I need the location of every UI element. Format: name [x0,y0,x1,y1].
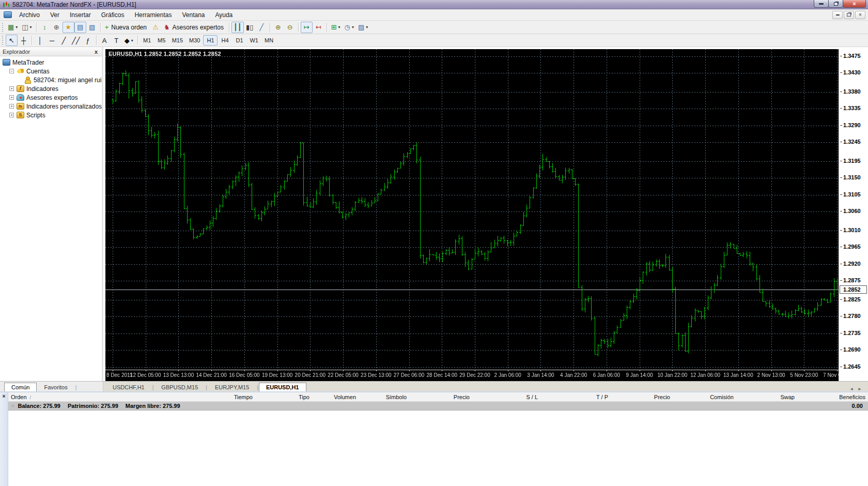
navigator-item-scripts[interactable]: +Scripts [0,111,102,119]
chart-candles-icon: ▮▯ [246,24,253,31]
timeframe-d1-button[interactable]: D1 [232,35,246,45]
metatrader-icon [3,59,10,66]
chart-bars-button[interactable]: ┃┃ [231,22,244,33]
terminal-button[interactable]: ▤ [74,22,86,33]
arrows-button[interactable]: ◆▾ [122,35,135,46]
vline-button[interactable]: │ [34,35,46,46]
column-s-l[interactable]: S / L [472,394,540,400]
column-t-p[interactable]: T / P [540,394,611,400]
dropdown-caret-icon: ▾ [131,38,133,43]
restore-button[interactable] [828,0,843,8]
child-minimize-button[interactable] [832,11,843,19]
navigator-item-indicadores-personalizados[interactable]: +Indicadores personalizados [0,102,102,111]
channel-button[interactable]: ╱╱ [70,35,82,46]
scroll-left-icon[interactable]: ◄ [849,387,854,391]
minimize-button[interactable] [814,0,829,8]
chart-tab-eurusd-h1[interactable]: EURUSD,H1 [259,383,306,391]
navigator-button[interactable]: ★ [63,22,74,33]
indicators-button[interactable]: ⊞▾ [329,22,343,33]
timeframe-m5-button[interactable]: M5 [154,35,169,45]
timeframe-m30-button[interactable]: M30 [186,35,203,45]
toolbar-grip[interactable] [2,23,4,32]
new-chart-button[interactable]: ▦▾ [6,22,20,33]
toolbar-grip[interactable] [2,36,4,45]
cursor-button[interactable]: ↖ [6,35,18,46]
timeframe-m15-button[interactable]: M15 [169,35,186,45]
menu-ayuda[interactable]: Ayuda [210,10,238,20]
auto-scroll-button[interactable]: ↦ [301,22,313,33]
timeframe-h4-button[interactable]: H4 [218,35,232,45]
zoom-out-button[interactable]: ⊖ [284,22,296,33]
text-button[interactable]: A [99,35,111,46]
menu-herramientas[interactable]: Herramientas [129,10,177,20]
column-precio[interactable]: Precio [409,394,472,400]
strategy-tester-button[interactable]: ▧ [86,22,98,33]
navigator-item-metatrader[interactable]: MetaTrader [0,58,102,67]
timeframe-m1-button[interactable]: M1 [140,35,154,45]
timeframe-mn-button[interactable]: MN [261,35,276,45]
chart-tab-gbpusd-m15[interactable]: GBPUSD,M15 [154,383,205,391]
menu-graficos[interactable]: Gráficos [96,10,130,20]
navigator-item-indicadores[interactable]: +Indicadores [0,84,102,93]
column-tipo[interactable]: Tipo [255,394,312,400]
expand-icon[interactable]: + [9,86,14,91]
menu-insertar[interactable]: Insertar [65,10,96,20]
column-simbolo[interactable]: Símbolo [359,394,409,400]
price-chart[interactable] [105,49,839,381]
column-orden[interactable]: Orden/ [8,394,197,400]
child-close-button[interactable]: × [855,11,865,19]
hline-button[interactable]: ─ [46,35,58,46]
templates-button[interactable]: ▨▾ [356,22,370,33]
zoom-in-button[interactable]: ⊕ [272,22,284,33]
column-beneficios[interactable]: Beneficios [797,394,868,400]
expand-icon[interactable]: + [9,104,14,109]
collapse-icon[interactable]: − [9,69,14,73]
chart-tab-eurjpy-m15[interactable]: EURJPY,M15 [208,383,256,391]
data-window-button[interactable]: ⊕ [51,22,63,33]
menu-archivo[interactable]: Archivo [14,10,45,20]
crosshair-button[interactable]: ┼ [18,35,29,46]
channel-icon: ╱╱ [72,37,80,44]
experts-button[interactable]: ♞Asesores expertos [162,22,227,33]
expand-icon[interactable]: + [9,113,14,117]
timeframe-h1-button[interactable]: H1 [203,35,218,45]
price-axis-label: 1.2875 [843,277,861,283]
text-label-button[interactable]: T [111,35,122,46]
metaeditor-button[interactable]: ⚠ [150,22,162,33]
navigator-item-cuentas[interactable]: −Cuentas [0,67,102,75]
column-precio-2[interactable]: Precio [611,394,673,400]
tab-favoritos[interactable]: Favoritos [37,383,74,391]
menu-ver[interactable]: Ver [45,10,65,20]
navigator-item-asesores-expertos[interactable]: +Asesores expertos [0,93,102,102]
close-button[interactable]: × [843,0,866,8]
current-price-label: 1.2852 [840,285,867,294]
chart-tab-usdchf-h1[interactable]: USDCHF,H1 [105,383,152,391]
navigator-item-label: MetaTrader [12,59,44,66]
tab-separator: | [75,384,78,391]
trendline-button[interactable]: ╱ [58,35,70,46]
new-order-button[interactable]: +Nueva orden [103,22,150,33]
column-swap[interactable]: Swap [736,394,797,400]
child-restore-button[interactable] [844,11,854,19]
timeframe-w1-button[interactable]: W1 [246,35,261,45]
column-tiempo[interactable]: Tiempo [197,394,255,400]
navigator-close-icon[interactable]: x [93,49,99,55]
profiles-button[interactable]: ◫▾ [20,22,34,33]
price-axis[interactable]: 1.34751.34301.33801.33351.32901.32451.31… [839,49,868,381]
terminal-close-icon[interactable]: × [0,392,8,399]
child-restore-icon [847,13,851,17]
fibonacci-button[interactable]: ƒ [82,35,94,46]
chart-shift-button[interactable]: ↤ [313,22,324,33]
chart-candles-button[interactable]: ▮▯ [244,22,256,33]
expand-icon[interactable]: + [9,95,14,100]
menu-ventana[interactable]: Ventana [177,10,210,20]
scroll-right-icon[interactable]: ► [858,387,862,391]
tab-comun[interactable]: Común [4,383,37,391]
chart-line-button[interactable]: ╱ [256,22,268,33]
accounts-icon [17,68,24,74]
navigator-item-582704-miguel-angel-ruiz[interactable]: 582704: miguel angel ruiz [0,75,102,84]
periods-button[interactable]: ◷▾ [343,22,356,33]
column-volumen[interactable]: Volumen [312,394,359,400]
column-comision[interactable]: Comisión [673,394,736,400]
market-watch-button[interactable]: ↕ [39,22,51,33]
